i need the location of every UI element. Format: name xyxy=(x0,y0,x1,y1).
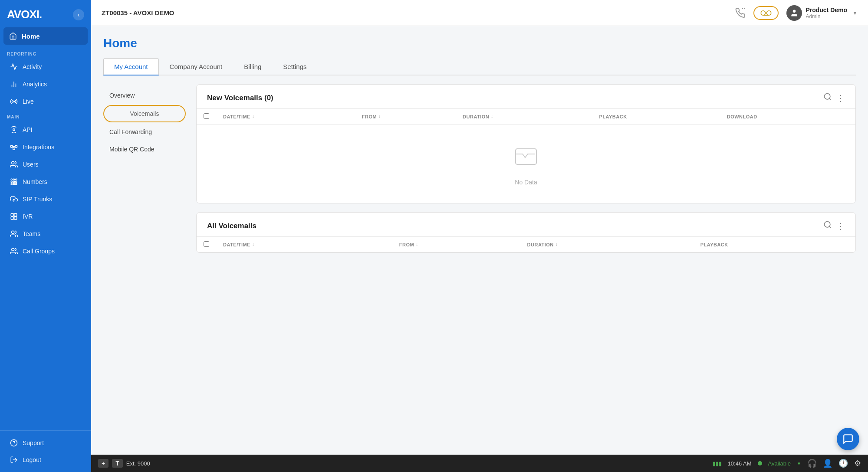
sidebar-live-label: Live xyxy=(23,98,34,105)
content-layout: Overview Voicemails Call Forwarding Mobi… xyxy=(103,84,856,253)
all-voicemails-search-button[interactable] xyxy=(823,220,832,231)
sidebar-item-teams[interactable]: Teams xyxy=(3,226,89,242)
tab-settings[interactable]: Settings xyxy=(272,58,317,75)
sidebar-reporting-label: REPORTING xyxy=(0,47,91,58)
sidebar-logout-label: Logout xyxy=(23,456,41,463)
new-voicemails-table: DATE/TIME ↕ FROM ↕ xyxy=(197,109,855,203)
sidebar-item-logout[interactable]: Logout xyxy=(3,452,89,468)
sip-trunks-icon xyxy=(10,195,18,203)
left-nav-mobile-qr-code[interactable]: Mobile QR Code xyxy=(103,141,186,157)
sidebar-integrations-label: Integrations xyxy=(23,144,54,151)
col-duration-new: DURATION ↕ xyxy=(456,109,592,125)
left-nav-overview[interactable]: Overview xyxy=(103,88,186,103)
headset-icon-button[interactable]: 🎧 xyxy=(807,459,817,468)
svg-rect-12 xyxy=(13,179,15,180)
new-voicemails-more-button[interactable]: ⋮ xyxy=(836,93,845,103)
col-datetime-new: DATE/TIME ↕ xyxy=(216,109,355,125)
all-voicemails-more-button[interactable]: ⋮ xyxy=(836,221,845,231)
status-available-button[interactable]: Available xyxy=(768,460,791,467)
chat-fab-button[interactable] xyxy=(837,428,859,450)
sidebar-item-call-groups[interactable]: Call Groups xyxy=(3,243,89,259)
select-all-all-checkbox[interactable] xyxy=(204,241,209,247)
svg-line-39 xyxy=(829,226,831,228)
datetime-sort-icon: ↕ xyxy=(252,114,255,119)
sidebar-support-label: Support xyxy=(23,439,44,446)
sidebar-item-sip-trunks[interactable]: SIP Trunks xyxy=(3,191,89,207)
topbar-right: Product Demo Admin ▼ xyxy=(735,5,858,21)
numbers-icon xyxy=(10,177,18,186)
sidebar-api-label: API xyxy=(23,126,33,133)
tab-company-account[interactable]: Company Account xyxy=(159,58,233,75)
all-voicemails-header: All Voicemails ⋮ xyxy=(197,213,855,237)
col-checkbox-all xyxy=(197,237,216,252)
svg-rect-24 xyxy=(14,217,17,220)
all-voicemails-card: All Voicemails ⋮ xyxy=(196,212,856,253)
ivr-icon xyxy=(10,212,18,221)
sidebar-ivr-label: IVR xyxy=(23,213,33,220)
sidebar-users-label: Users xyxy=(23,161,39,168)
sidebar-logo-area: AVOXI. ‹ xyxy=(0,0,91,27)
svg-point-25 xyxy=(12,231,14,233)
new-voicemails-empty-text: No Data xyxy=(515,179,537,186)
sidebar-call-groups-label: Call Groups xyxy=(23,248,55,255)
sidebar-collapse-button[interactable]: ‹ xyxy=(73,9,84,20)
svg-point-32 xyxy=(767,10,771,15)
tab-billing[interactable]: Billing xyxy=(233,58,272,75)
sidebar-item-home[interactable]: Home xyxy=(3,27,88,45)
sidebar-item-users[interactable]: Users xyxy=(3,156,89,173)
new-voicemails-header: New Voicemails (0) ⋮ xyxy=(197,85,855,109)
select-all-new-checkbox[interactable] xyxy=(204,113,209,119)
sidebar-item-live[interactable]: Live xyxy=(3,93,89,110)
page-content: Home My Account Company Account Billing … xyxy=(91,26,868,472)
sidebar-item-activity[interactable]: Activity xyxy=(3,59,89,75)
analytics-icon xyxy=(10,80,18,88)
user-bottom-icon-button[interactable]: 👤 xyxy=(823,459,832,468)
user-menu-chevron-icon: ▼ xyxy=(852,10,858,16)
tab-my-account[interactable]: My Account xyxy=(103,58,159,75)
left-nav-call-forwarding[interactable]: Call Forwarding xyxy=(103,124,186,140)
col-datetime-all: DATE/TIME ↕ xyxy=(216,237,392,252)
svg-rect-23 xyxy=(11,217,13,220)
svg-rect-14 xyxy=(11,181,12,183)
sidebar-item-analytics[interactable]: Analytics xyxy=(3,76,89,92)
gear-icon-button[interactable]: ⚙ xyxy=(854,459,861,468)
svg-point-31 xyxy=(761,10,766,15)
sidebar: AVOXI. ‹ Home REPORTING Activity Analyti… xyxy=(0,0,91,472)
bottom-bar-type-button[interactable]: T xyxy=(112,459,123,468)
svg-rect-15 xyxy=(13,181,15,183)
svg-rect-19 xyxy=(16,184,17,185)
sidebar-item-integrations[interactable]: Integrations xyxy=(3,139,89,155)
new-voicemails-search-button[interactable] xyxy=(823,92,832,103)
sidebar-activity-label: Activity xyxy=(23,63,42,70)
bottom-bar-add-button[interactable]: + xyxy=(98,459,108,468)
svg-rect-21 xyxy=(11,213,13,216)
svg-point-4 xyxy=(13,129,15,131)
all-voicemails-table-wrap: DATE/TIME ↕ FROM ↕ xyxy=(197,237,855,252)
svg-rect-22 xyxy=(14,213,17,216)
status-chevron-icon: ▼ xyxy=(797,461,801,466)
user-info: Product Demo Admin xyxy=(806,7,847,20)
topbar: ZT00035 - AVOXI DEMO Product Demo Admin … xyxy=(91,0,868,26)
bottom-bar-time: 10:46 AM xyxy=(728,460,752,467)
sidebar-item-api[interactable]: API xyxy=(3,121,89,138)
sidebar-item-support[interactable]: Support xyxy=(3,435,89,451)
sidebar-bottom: Support Logout xyxy=(0,430,91,472)
main-area: ZT00035 - AVOXI DEMO Product Demo Admin … xyxy=(91,0,868,472)
sidebar-item-ivr[interactable]: IVR xyxy=(3,208,89,225)
user-menu-button[interactable]: Product Demo Admin ▼ xyxy=(786,5,858,21)
svg-rect-17 xyxy=(11,184,12,185)
left-nav: Overview Voicemails Call Forwarding Mobi… xyxy=(103,84,186,253)
phone-icon-button[interactable] xyxy=(735,8,746,18)
voicemail-button[interactable] xyxy=(753,6,779,20)
left-nav-voicemails[interactable]: Voicemails xyxy=(103,105,186,122)
tab-bar: My Account Company Account Billing Setti… xyxy=(103,58,856,75)
integrations-icon xyxy=(10,143,18,151)
user-name: Product Demo xyxy=(806,7,847,13)
sidebar-analytics-label: Analytics xyxy=(23,81,47,88)
page-title: Home xyxy=(103,36,856,50)
svg-rect-13 xyxy=(16,179,17,180)
bottom-bar-left: + T Ext. 9000 xyxy=(98,459,150,468)
all-datetime-sort-icon: ↕ xyxy=(252,242,255,247)
clock-icon-button[interactable]: 🕐 xyxy=(838,459,848,468)
sidebar-item-numbers[interactable]: Numbers xyxy=(3,174,89,190)
